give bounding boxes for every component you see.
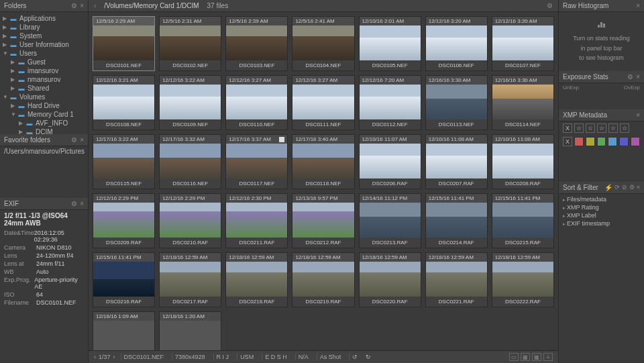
xmp-color-4[interactable]: [608, 137, 617, 146]
tree-item[interactable]: ▬DCIM: [0, 127, 88, 134]
xmp-star-4[interactable]: ☆: [608, 123, 618, 133]
tree-item[interactable]: ▬imansurov: [0, 66, 88, 75]
thumbnail[interactable]: 12/5/16 2:29 AMDSC0101.NEF: [93, 16, 155, 71]
thumbnail[interactable]: 12/15/16 11:41 PMDSC0216.RAF: [93, 252, 155, 307]
tree-item[interactable]: ▬AVF_INFO: [0, 119, 88, 127]
view-single-icon[interactable]: ▭: [509, 353, 519, 361]
histogram-close-icon[interactable]: ×: [636, 2, 640, 9]
thumbnail[interactable]: 12/18/16 12:59 AMDSC0217.RAF: [159, 252, 221, 307]
thumbnail[interactable]: 12/14/16 11:12 PMDSC0213.RAF: [359, 193, 421, 248]
folder-tree[interactable]: ▬Applications▬Library▬System▬User Inform…: [0, 12, 88, 134]
xmp-star-3[interactable]: ☆: [597, 123, 606, 133]
thumbnail[interactable]: 12/16/16 3:30 AMDSC0114.NEF: [492, 75, 554, 130]
thumbnail[interactable]: 12/12/16 3:20 AMDSC0107.NEF: [492, 16, 554, 71]
thumbnail[interactable]: 12/18/16 12:59 AMDSC0219.RAF: [292, 252, 354, 307]
thumbnail[interactable]: 12/5/16 2:31 AMDSC0102.NEF: [159, 16, 221, 71]
tree-arrow-icon[interactable]: [11, 76, 17, 83]
xmp-color-6[interactable]: [631, 137, 640, 146]
folders-close-icon[interactable]: ×: [80, 2, 84, 9]
thumbnail[interactable]: 12/18/16 1:20 AM: [159, 311, 221, 350]
tree-arrow-icon[interactable]: [3, 15, 9, 21]
favorites-gear-icon[interactable]: ⚙: [71, 136, 77, 144]
thumbnail[interactable]: 12/12/16 3:27 AMDSC0110.NEF: [225, 75, 288, 130]
tree-arrow-icon[interactable]: [11, 59, 17, 65]
thumbnail[interactable]: 12/12/16 3:20 AMDSC0106.NEF: [425, 16, 488, 71]
thumbnail[interactable]: 12/15/16 11:41 PMDSC0215.RAF: [492, 193, 554, 248]
exposure-close-icon[interactable]: ×: [636, 73, 640, 81]
status-rotate-right-icon[interactable]: ↻: [366, 354, 371, 360]
tree-arrow-icon[interactable]: [3, 42, 9, 48]
xmp-clear-label[interactable]: X: [563, 137, 572, 146]
thumbnail[interactable]: 12/12/16 7:20 AMDSC0112.NEF: [359, 75, 421, 130]
thumbnail[interactable]: 12/17/16 3:37 AMDSC0117.NEF: [225, 134, 288, 189]
thumbnail[interactable]: 12/12/16 3:27 AMDSC0111.NEF: [292, 75, 354, 130]
exif-gear-icon[interactable]: ⚙: [71, 200, 77, 207]
tree-arrow-icon[interactable]: [11, 111, 17, 117]
thumbnail[interactable]: 12/18/16 12:59 AMDSC0218.RAF: [225, 252, 288, 307]
status-eds[interactable]: E D S H: [262, 354, 290, 360]
tree-item[interactable]: ▬nmansurov: [0, 75, 88, 84]
xmp-color-3[interactable]: [597, 137, 606, 146]
tree-item[interactable]: ▬User Information: [0, 40, 88, 49]
nav-next-icon[interactable]: ›: [113, 354, 115, 360]
thumbnail[interactable]: 12/5/16 2:41 AMDSC0104.NEF: [292, 16, 354, 71]
view-grid2-icon[interactable]: ▦: [521, 353, 530, 361]
back-arrow-icon[interactable]: ‹: [94, 2, 96, 9]
thumbnail[interactable]: 12/16/16 3:30 AMDSC0113.NEF: [425, 75, 488, 130]
sf-lock-icon[interactable]: ⟳: [614, 184, 620, 191]
status-channels[interactable]: R I J: [213, 354, 232, 360]
thumbnail[interactable]: 12/17/16 3:40 AMDSC0118.NEF: [292, 134, 354, 189]
status-asshot[interactable]: As Shot: [317, 354, 344, 360]
thumbnail[interactable]: 12/15/16 11:41 PMDSC0214.RAF: [425, 193, 488, 248]
sort-filter-item[interactable]: XMP Rating: [559, 203, 644, 211]
exposure-gear-icon[interactable]: ⚙: [627, 73, 633, 81]
xmp-close-icon[interactable]: ×: [636, 111, 640, 119]
thumb-checkbox[interactable]: [279, 137, 284, 142]
sf-filter-icon[interactable]: ⚡: [604, 184, 612, 191]
sort-filter-item[interactable]: EXIF timestamp: [559, 219, 644, 227]
sf-refresh-icon[interactable]: ⊘: [622, 184, 627, 191]
view-grid4-icon[interactable]: ▦: [532, 353, 541, 361]
tree-arrow-icon[interactable]: [19, 129, 25, 134]
status-usm[interactable]: USM: [237, 354, 256, 360]
tree-item[interactable]: ▬Applications: [0, 14, 88, 23]
thumbnail[interactable]: 12/18/16 1:09 AM: [93, 311, 155, 350]
thumbnail[interactable]: 12/13/16 9:57 PMDSC0212.RAF: [292, 193, 354, 248]
tree-arrow-icon[interactable]: [3, 94, 9, 100]
tree-arrow-icon[interactable]: [3, 24, 9, 30]
thumbnail[interactable]: 12/10/16 11:08 AMDSC0207.RAF: [425, 134, 488, 189]
thumbnail[interactable]: 12/12/16 2:30 PMDSC0211.RAF: [225, 193, 288, 248]
sf-close-icon[interactable]: ×: [637, 184, 640, 191]
tree-arrow-icon[interactable]: [3, 33, 9, 39]
exif-close-icon[interactable]: ×: [80, 200, 84, 207]
tree-arrow-icon[interactable]: [11, 85, 17, 91]
sort-filter-item[interactable]: Files/metadata: [559, 195, 644, 203]
tree-item[interactable]: ▬Volumes: [0, 93, 88, 101]
xmp-star-5[interactable]: ☆: [620, 123, 629, 133]
thumbnail[interactable]: 12/18/16 12:59 AMDSC0220.RAF: [359, 252, 421, 307]
thumbnail[interactable]: 12/10/16 11:08 AMDSC0208.RAF: [492, 134, 554, 189]
path-gear-icon[interactable]: ⚙: [547, 2, 553, 9]
sort-filter-item[interactable]: XMP Label: [559, 211, 644, 219]
nav-prev-icon[interactable]: ‹: [94, 354, 96, 360]
tree-arrow-icon[interactable]: [11, 68, 17, 74]
tree-item[interactable]: ▬Hard Drive: [0, 101, 88, 110]
tree-item[interactable]: ▬Memory Card 1: [0, 110, 88, 119]
folders-gear-icon[interactable]: ⚙: [71, 2, 77, 9]
tree-arrow-icon[interactable]: [19, 120, 25, 126]
thumbnail-grid[interactable]: 12/5/16 2:29 AMDSC0101.NEF12/5/16 2:31 A…: [89, 12, 558, 350]
thumbnail[interactable]: 12/12/16 2:29 PMDSC0209.RAF: [93, 193, 155, 248]
tree-item[interactable]: ▬Shared: [0, 84, 88, 93]
thumbnail[interactable]: 12/17/16 3:32 AMDSC0116.NEF: [159, 134, 221, 189]
tree-item[interactable]: ▬Users: [0, 49, 88, 58]
thumbnail[interactable]: 12/12/16 3:21 AMDSC0108.NEF: [93, 75, 155, 130]
tree-item[interactable]: ▬System: [0, 32, 88, 40]
favorites-close-icon[interactable]: ×: [80, 136, 84, 144]
thumbnail[interactable]: 12/5/16 2:39 AMDSC0103.NEF: [225, 16, 288, 71]
tree-item[interactable]: ▬Library: [0, 23, 88, 32]
xmp-color-5[interactable]: [619, 137, 629, 146]
xmp-clear-rating[interactable]: X: [563, 123, 572, 133]
xmp-star-1[interactable]: ☆: [574, 123, 584, 133]
tree-arrow-icon[interactable]: [11, 103, 17, 109]
thumbnail[interactable]: 12/10/16 11:07 AMDSC0206.RAF: [359, 134, 421, 189]
